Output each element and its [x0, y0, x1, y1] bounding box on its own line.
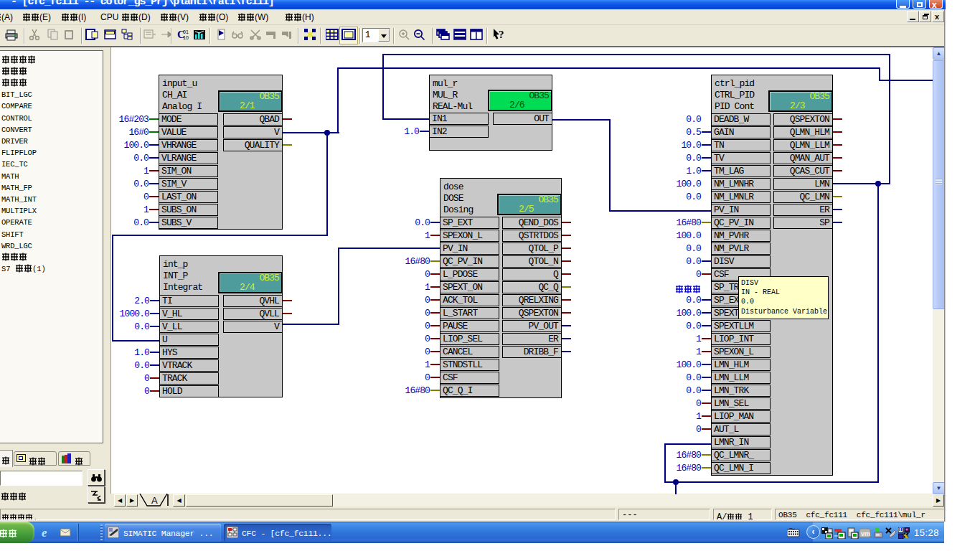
- svg-text:?: ?: [499, 29, 504, 40]
- svg-text:10: 10: [183, 35, 189, 40]
- svg-text:A: A: [151, 495, 158, 506]
- svg-text:vm: vm: [861, 530, 870, 537]
- svg-text:01: 01: [183, 29, 189, 34]
